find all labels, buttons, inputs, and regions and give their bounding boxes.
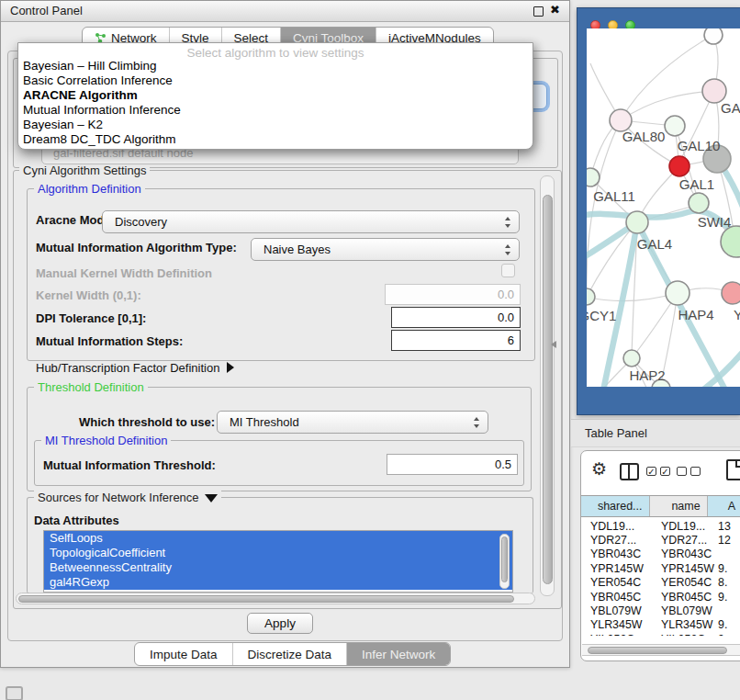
manual-kernel-checkbox[interactable] [501, 264, 515, 277]
scrollbar-thumb[interactable] [501, 536, 508, 582]
node-label: Y [734, 307, 740, 322]
table-horizontal-scrollbar[interactable] [582, 644, 740, 656]
kernel-width-label: Kernel Width (0,1): [36, 288, 141, 302]
mi-steps-field[interactable]: 6 [391, 330, 521, 351]
table-cell: 9. [714, 618, 740, 631]
network-node[interactable] [623, 350, 640, 367]
network-node[interactable] [626, 211, 648, 233]
new-table-icon[interactable] [726, 459, 740, 480]
table-panel-titlebar[interactable]: Table Panel [571, 419, 740, 447]
tab-discretize-data[interactable]: Discretize Data [232, 643, 347, 665]
data-attribute-item[interactable]: SelfLoops [44, 531, 512, 546]
apply-button[interactable]: Apply [247, 613, 313, 634]
node-label: HAP4 [678, 307, 713, 322]
network-node[interactable] [669, 156, 690, 176]
table-cell: YDL19... [654, 520, 714, 533]
algorithm-option[interactable]: Basic Correlation Inference [18, 73, 533, 88]
table-row[interactable]: YPR145WYPR145W9. [582, 561, 740, 575]
column-header[interactable]: shared... [581, 496, 650, 516]
network-canvas[interactable]: GALGAL80GAL10GAL1GAL11SWI4GAL4GCY1HAP4YH… [587, 28, 740, 387]
table-cell: YDR27... [582, 534, 654, 547]
data-attributes-label: Data Attributes [34, 514, 119, 527]
scrollbar-thumb[interactable] [588, 647, 727, 654]
mi-threshold-value: 0.5 [495, 457, 511, 471]
data-attribute-item[interactable]: BetweennessCentrality [44, 560, 512, 575]
table-row[interactable]: YDL19...YDL19...13 [582, 519, 740, 533]
table-row[interactable]: YLR345WYLR345W9. [582, 618, 740, 632]
column-header[interactable]: name [650, 496, 708, 516]
which-threshold-combo[interactable]: MI Threshold [217, 411, 488, 434]
algorithm-option[interactable]: Bayesian – Hill Climbing [18, 59, 533, 73]
combo-spinner-icon [474, 417, 480, 428]
table-cell: YLR345W [582, 618, 654, 631]
tab-impute-data[interactable]: Impute Data [135, 643, 232, 665]
settings-horizontal-scrollbar[interactable] [16, 593, 535, 604]
table-row[interactable]: YER054CYER054C8. [582, 576, 740, 590]
table-cell: 9 [714, 633, 740, 636]
close-window-icon[interactable]: ✖ [550, 3, 560, 17]
mi-type-combo[interactable]: Naive Bayes [251, 238, 520, 261]
hub-definition-toggle[interactable]: Hub/Transcription Factor Definition [36, 361, 234, 375]
dropdown-placeholder: Select algorithm to view settings [18, 46, 533, 60]
scrollbar-thumb[interactable] [543, 195, 553, 584]
table-row[interactable]: YBR043CYBR043C [582, 548, 740, 561]
table-row[interactable]: YIL052CYIL052C9 [582, 632, 740, 636]
algorithm-option[interactable]: Bayesian – K2 [18, 118, 533, 132]
algorithm-option[interactable]: Dream8 DC_TDC Algorithm [18, 132, 533, 147]
aracne-mode-combo[interactable]: Discovery [102, 210, 520, 233]
select-all-columns-icon[interactable]: ✓✓ [646, 467, 670, 476]
float-window-icon[interactable] [533, 6, 544, 17]
table-row[interactable]: YBR045CYBR045C9. [582, 590, 740, 604]
deselect-all-columns-icon[interactable] [677, 467, 701, 476]
network-node[interactable] [587, 168, 600, 186]
table-row[interactable]: YDR27...YDR27...12 [582, 533, 740, 547]
algorithm-option[interactable]: ARACNE Algorithm [18, 88, 533, 103]
data-attribute-item[interactable]: TopologicalCoefficient [44, 546, 512, 560]
network-node[interactable] [689, 193, 709, 213]
control-panel-titlebar[interactable]: Control Panel ✖ [1, 1, 569, 22]
column-header[interactable]: A [708, 496, 740, 516]
expand-right-icon [227, 362, 234, 373]
network-node[interactable] [587, 288, 595, 305]
network-node[interactable] [666, 281, 690, 305]
network-edge [621, 91, 714, 120]
table-cell: YBR043C [654, 548, 714, 560]
network-node[interactable] [665, 116, 685, 136]
table-cell: YDR27... [654, 534, 714, 547]
list-vertical-scrollbar[interactable] [499, 534, 510, 589]
algorithm-option[interactable]: Mutual Information Inference [18, 103, 533, 118]
table-cell: YPR145W [582, 562, 654, 575]
dpi-tolerance-field[interactable]: 0.0 [391, 307, 521, 328]
network-node[interactable] [721, 226, 740, 257]
network-node[interactable] [704, 28, 723, 44]
minimized-panel-icon[interactable] [6, 686, 23, 700]
scrollbar-thumb[interactable] [18, 595, 514, 603]
gear-icon[interactable]: ⚙ [591, 458, 607, 479]
attr-list-items: SelfLoopsTopologicalCoefficientBetweenne… [44, 531, 512, 590]
aracne-mode-value: Discovery [115, 215, 167, 229]
settings-vertical-scrollbar[interactable] [540, 175, 555, 596]
table-cell: YER054C [582, 576, 654, 589]
mi-threshold-field[interactable]: 0.5 [387, 454, 518, 475]
network-view-window[interactable]: GALGAL80GAL10GAL1GAL11SWI4GAL4GCY1HAP4YH… [577, 7, 740, 415]
tab-infer-network[interactable]: Infer Network [346, 643, 450, 665]
table-cell: YPR145W [654, 562, 714, 575]
dropdown-options: Bayesian – Hill ClimbingBasic Correlatio… [18, 59, 533, 147]
node-label: GAL11 [593, 188, 635, 204]
network-node[interactable] [722, 282, 740, 304]
node-label: GAL80 [622, 129, 666, 144]
control-panel-window: Control Panel ✖ Network Style Select [0, 0, 570, 668]
node-label: GAL1 [679, 176, 714, 192]
kernel-width-value: 0.0 [498, 288, 514, 301]
table-cell: YER054C [654, 576, 714, 589]
data-attribute-item[interactable]: gal4RGexp [44, 575, 512, 590]
split-view-icon[interactable] [620, 463, 639, 480]
table-row[interactable]: YBL079WYBL079W [582, 604, 740, 617]
data-attributes-list[interactable]: SelfLoopsTopologicalCoefficientBetweenne… [43, 530, 513, 593]
table-cell: YBR045C [654, 591, 714, 604]
pane-resize-arrow-icon[interactable] [551, 341, 556, 348]
kernel-width-field: 0.0 [385, 284, 521, 305]
table-cell: YBL079W [654, 604, 714, 617]
algorithm-dropdown-popup: Select algorithm to view settings Bayesi… [17, 42, 533, 150]
sources-group-toggle[interactable]: Sources for Network Inference [34, 491, 221, 504]
